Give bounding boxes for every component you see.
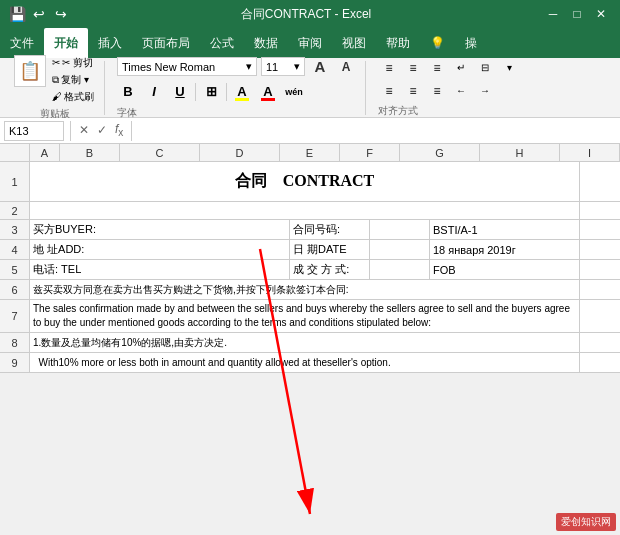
cut-button[interactable]: ✂ ✂ 剪切 (50, 55, 96, 71)
menu-formula[interactable]: 公式 (200, 28, 244, 58)
col-header-b[interactable]: B (60, 144, 120, 161)
fill-color-button[interactable]: A (231, 81, 253, 103)
align-top-right-button[interactable]: ≡ (426, 58, 448, 78)
cell-8a[interactable]: 1.数量及总量均储有10%的据嗯,由卖方决定. (30, 333, 580, 352)
menu-more[interactable]: 操 (455, 28, 487, 58)
table-row: 7 The sales confirmation made by and bet… (0, 300, 620, 333)
window-controls: ─ □ ✕ (542, 3, 612, 25)
align-top-left-button[interactable]: ≡ (378, 58, 400, 78)
bold-button[interactable]: B (117, 81, 139, 103)
cell-5a[interactable]: 电话: TEL (30, 260, 290, 279)
font-size-dropdown[interactable]: 11 ▾ (261, 57, 305, 76)
underline-button[interactable]: U (169, 81, 191, 103)
undo-icon[interactable]: ↩ (30, 5, 48, 23)
clipboard-section: 📋 ✂ ✂ 剪切 ⧉ 复制 ▾ 🖌 格式刷 (6, 61, 105, 115)
menu-view[interactable]: 视图 (332, 28, 376, 58)
cell-4f[interactable]: 日 期DATE (290, 240, 370, 259)
col-header-d[interactable]: D (200, 144, 280, 161)
maximize-button[interactable]: □ (566, 3, 588, 25)
cell-6a[interactable]: 兹买卖双方同意在卖方出售买方购进之下货物,并按下列条款签订本合同: (30, 280, 580, 299)
col-header-a[interactable]: A (30, 144, 60, 161)
cell-5g[interactable] (370, 260, 430, 279)
copy-button[interactable]: ⧉ 复制 ▾ (50, 72, 96, 88)
phonetic-button[interactable]: wén (283, 81, 305, 103)
formula-divider2 (131, 121, 132, 141)
menu-help[interactable]: 帮助 (376, 28, 420, 58)
cell-3g[interactable] (370, 220, 430, 239)
col-header-f[interactable]: F (340, 144, 400, 161)
menu-tips[interactable]: 💡 (420, 28, 455, 58)
formula-input[interactable] (138, 124, 616, 138)
table-row: 2 (0, 202, 620, 220)
cell-5h[interactable]: FOB (430, 260, 580, 279)
redo-icon[interactable]: ↪ (52, 5, 70, 23)
clipboard-buttons: ✂ ✂ 剪切 ⧉ 复制 ▾ 🖌 格式刷 (50, 55, 96, 105)
cell-reference[interactable]: K13 (4, 121, 64, 141)
format-painter-button[interactable]: 🖌 格式刷 (50, 89, 96, 105)
font-row2: B I U ⊞ A A wén (117, 81, 357, 103)
table-row: 6 兹买卖双方同意在卖方出售买方购进之下货物,并按下列条款签订本合同: (0, 280, 620, 300)
cell-4g[interactable] (370, 240, 430, 259)
function-icon[interactable]: fx (113, 120, 125, 140)
col-header-g[interactable]: G (400, 144, 480, 161)
row-header-6: 6 (0, 280, 30, 299)
dropdown-arrow-icon: ▾ (246, 60, 252, 73)
increase-font-button[interactable]: A (309, 56, 331, 78)
close-button[interactable]: ✕ (590, 3, 612, 25)
italic-button[interactable]: I (143, 81, 165, 103)
cell-3f[interactable]: 合同号码: (290, 220, 370, 239)
cell-7a[interactable]: The sales confirmation made by and betwe… (30, 300, 580, 332)
cell-2a[interactable] (30, 202, 580, 219)
minimize-button[interactable]: ─ (542, 3, 564, 25)
cell-4a[interactable]: 地 址ADD: (30, 240, 290, 259)
align-left-button[interactable]: ≡ (378, 81, 400, 101)
table-row: 9 With10% more or less both in amount an… (0, 353, 620, 373)
align-right-button[interactable]: ≡ (426, 81, 448, 101)
col-header-e[interactable]: E (280, 144, 340, 161)
row-header-3: 3 (0, 220, 30, 239)
paste-button[interactable]: 📋 (14, 55, 46, 87)
table-row: 8 1.数量及总量均储有10%的据嗯,由卖方决定. (0, 333, 620, 353)
spreadsheet: A B C D E F G H I 1 合同 CONTRACT 2 (0, 144, 620, 373)
scissors-icon: ✂ (52, 57, 60, 68)
wrap-text-button[interactable]: ↵ (450, 58, 472, 78)
cancel-icon[interactable]: ✕ (77, 121, 91, 139)
indent-dec-button[interactable]: ← (450, 81, 472, 101)
cell-4h[interactable]: 18 января 2019г (430, 240, 580, 259)
col-header-c[interactable]: C (120, 144, 200, 161)
merge-button[interactable]: ⊟ (474, 58, 496, 78)
table-row: 1 合同 CONTRACT (0, 162, 620, 202)
cell-3a[interactable]: 买方BUYER: (30, 220, 290, 239)
cell-9a[interactable]: With10% more or less both in amount and … (30, 353, 580, 372)
menu-insert[interactable]: 插入 (88, 28, 132, 58)
menu-data[interactable]: 数据 (244, 28, 288, 58)
corner-cell (0, 144, 30, 161)
copy-icon: ⧉ (52, 74, 59, 86)
indent-inc-button[interactable]: → (474, 81, 496, 101)
spreadsheet-container: A B C D E F G H I 1 合同 CONTRACT 2 (0, 144, 620, 535)
save-icon[interactable]: 💾 (8, 5, 26, 23)
row-header-8: 8 (0, 333, 30, 352)
align-top-center-button[interactable]: ≡ (402, 58, 424, 78)
menu-home[interactable]: 开始 (44, 28, 88, 58)
menu-layout[interactable]: 页面布局 (132, 28, 200, 58)
toolbar: 📋 ✂ ✂ 剪切 ⧉ 复制 ▾ 🖌 格式刷 (0, 58, 620, 118)
table-row: 4 地 址ADD: 日 期DATE 18 января 2019г (0, 240, 620, 260)
merge-arrow-button[interactable]: ▾ (498, 58, 520, 78)
col-header-h[interactable]: H (480, 144, 560, 161)
confirm-icon[interactable]: ✓ (95, 121, 109, 139)
title-cell[interactable]: 合同 CONTRACT (30, 162, 580, 201)
align-center-button[interactable]: ≡ (402, 81, 424, 101)
row-header-7: 7 (0, 300, 30, 332)
border-button[interactable]: ⊞ (200, 81, 222, 103)
cell-3h[interactable]: BSTI/A-1 (430, 220, 580, 239)
brush-icon: 🖌 (52, 91, 62, 102)
font-color-button[interactable]: A (257, 81, 279, 103)
menu-review[interactable]: 审阅 (288, 28, 332, 58)
decrease-font-button[interactable]: A (335, 56, 357, 78)
col-header-i[interactable]: I (560, 144, 620, 161)
formula-bar: K13 ✕ ✓ fx (0, 118, 620, 144)
menu-file[interactable]: 文件 (0, 28, 44, 58)
cell-5f[interactable]: 成 交 方 式: (290, 260, 370, 279)
font-name-dropdown[interactable]: Times New Roman ▾ (117, 57, 257, 76)
